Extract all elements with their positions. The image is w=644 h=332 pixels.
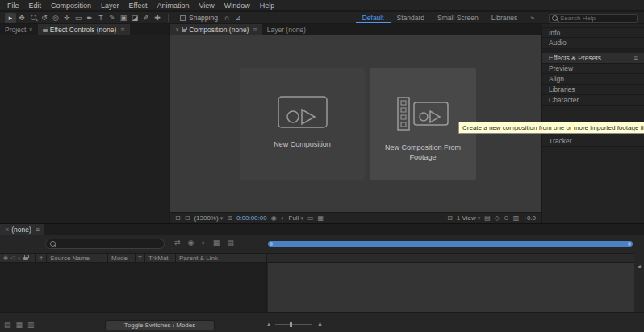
panel-tab-info[interactable]: Info	[542, 27, 644, 38]
menu-layer[interactable]: Layer	[96, 2, 124, 10]
fast-preview-icon[interactable]: ◇	[495, 214, 500, 222]
rotation-tool-icon[interactable]: ↺	[39, 13, 50, 23]
timeline-tab[interactable]: × (none) ≡	[0, 224, 44, 235]
timeline-button-icon[interactable]: ▥	[513, 214, 520, 222]
timeline-search-box[interactable]	[45, 239, 165, 249]
pixel-aspect-icon[interactable]: ▤	[484, 214, 491, 222]
timeline-expand-buttons: ▤ ▦ ▥	[4, 321, 35, 329]
panel-menu-icon[interactable]: ≡	[120, 26, 124, 34]
camera-tool-icon[interactable]: ◎	[50, 13, 61, 23]
region-of-interest-icon[interactable]: ▭	[307, 214, 314, 222]
view-layout-icon[interactable]: ⊞	[447, 214, 453, 222]
tab-layer[interactable]: Layer (none)	[262, 24, 311, 35]
panel-tab-effects-presets[interactable]: Effects & Presets ≡	[542, 53, 644, 64]
panel-tab-audio[interactable]: Audio	[542, 38, 644, 48]
resolution-dropdown[interactable]: Full	[289, 214, 299, 222]
snap-feature-icon[interactable]: ⊿	[232, 13, 244, 23]
menu-file[interactable]: File	[2, 2, 24, 10]
workspace-libraries[interactable]: Libraries	[485, 12, 525, 23]
time-navigator-bar[interactable]	[268, 241, 633, 247]
workspace-small-screen[interactable]: Small Screen	[431, 12, 485, 23]
help-search-input[interactable]	[560, 15, 634, 22]
menu-composition[interactable]: Composition	[46, 2, 96, 10]
menu-view[interactable]: View	[194, 2, 219, 10]
transparency-grid-icon[interactable]: ▦	[317, 214, 324, 222]
panel-tab-preview[interactable]: Preview	[542, 64, 644, 74]
workspace-standard[interactable]: Standard	[391, 12, 432, 23]
panel-tab-tracker[interactable]: Tracker	[542, 136, 644, 147]
snapshot-icon[interactable]: ◉	[271, 214, 277, 222]
zoom-slider-handle[interactable]	[290, 322, 292, 327]
tab-project[interactable]: Project ×	[0, 24, 38, 35]
selection-tool-icon[interactable]: ▸	[5, 13, 16, 23]
exposure-value[interactable]: +0.0	[523, 214, 536, 222]
channels-icon[interactable]: ◐	[281, 214, 285, 222]
exposure-icon[interactable]: ⊙	[504, 214, 509, 222]
brush-tool-icon[interactable]: ✎	[107, 13, 118, 23]
workspace-overflow-icon[interactable]: »	[524, 12, 541, 23]
panel-tab-character[interactable]: Character	[542, 95, 644, 106]
zoom-tool-icon[interactable]	[27, 13, 39, 23]
menu-help[interactable]: Help	[255, 2, 280, 10]
effect-controls-tab-label: Effect Controls (none)	[50, 26, 117, 34]
menu-window[interactable]: Window	[220, 2, 255, 10]
search-icon	[552, 15, 558, 21]
eye-icon[interactable]: ◉	[3, 255, 8, 261]
menu-animation[interactable]: Animation	[152, 2, 194, 10]
zoom-slider-track[interactable]	[275, 324, 312, 325]
flowchart-icon[interactable]: ⊟	[175, 214, 181, 222]
panel-menu-icon[interactable]: ≡	[36, 226, 40, 234]
panel-menu-icon[interactable]: ≡	[253, 26, 257, 34]
lock-icon[interactable]	[23, 257, 28, 260]
magnification-dropdown[interactable]: (1300%)	[194, 214, 218, 222]
pan-behind-tool-icon[interactable]: ✛	[61, 13, 73, 23]
column-source-name[interactable]: Source Name	[47, 254, 108, 262]
panel-menu-icon[interactable]: ≡	[634, 54, 638, 62]
workspace-default[interactable]: Default	[356, 12, 391, 23]
zoom-in-mountain-icon[interactable]: ▲	[316, 320, 324, 328]
snapping-checkbox[interactable]	[180, 15, 186, 21]
expand-in-out-icon[interactable]: ▥	[27, 321, 35, 329]
av-features-column: ◉ ◁ ○	[0, 254, 36, 262]
menu-effect[interactable]: Effect	[124, 2, 153, 10]
pen-tool-icon[interactable]: ✒	[84, 13, 95, 23]
eraser-tool-icon[interactable]: ◪	[129, 13, 140, 23]
close-icon[interactable]: ×	[28, 26, 32, 34]
comp-marker-bin-icon[interactable]: ◂	[634, 263, 644, 270]
expand-transfer-controls-icon[interactable]: ▦	[16, 321, 23, 329]
timeline-search-input[interactable]	[59, 240, 160, 247]
mini-flowchart-icon[interactable]: ⇄	[174, 239, 181, 247]
panel-tab-libraries[interactable]: Libraries	[542, 85, 644, 95]
draft-3d-icon[interactable]: ◉	[188, 239, 194, 247]
time-ruler[interactable]	[267, 254, 634, 262]
clone-stamp-tool-icon[interactable]: ▣	[118, 13, 129, 23]
hand-tool-icon[interactable]: ✥	[16, 13, 27, 23]
audio-icon[interactable]: ◁	[10, 255, 15, 261]
hide-shy-icon[interactable]: ◐	[201, 239, 205, 247]
close-icon[interactable]: ×	[175, 26, 179, 34]
panel-tab-align[interactable]: Align	[542, 74, 644, 85]
roto-brush-tool-icon[interactable]: ✐	[140, 13, 152, 23]
tab-composition[interactable]: × Composition (none) ≡	[170, 24, 262, 35]
motion-blur-icon[interactable]: ▤	[227, 239, 234, 247]
timeline-tab-label: (none)	[11, 226, 31, 234]
type-tool-icon[interactable]: T	[95, 13, 107, 23]
grid-guides-icon[interactable]: ⊞	[227, 214, 232, 222]
help-search-box[interactable]	[549, 14, 638, 23]
frame-blending-icon[interactable]: ▦	[213, 239, 220, 247]
puppet-tool-icon[interactable]: ✚	[152, 13, 163, 23]
timeline-graph-area[interactable]	[268, 263, 634, 312]
toggle-switches-modes-button[interactable]: Toggle Switches / Modes	[105, 320, 215, 330]
new-composition-card[interactable]: New Composition	[240, 68, 365, 180]
zoom-out-mountain-icon[interactable]: ▲	[266, 322, 271, 326]
monitor-icon[interactable]: ⊡	[185, 214, 190, 222]
shape-tool-icon[interactable]: ▭	[73, 13, 84, 23]
snap-edge-icon[interactable]: ∩	[221, 13, 232, 23]
timecode-display[interactable]: 0:00:00:00	[236, 214, 267, 222]
solo-icon[interactable]: ○	[18, 255, 21, 261]
close-icon[interactable]: ×	[5, 226, 9, 234]
view-layout-dropdown[interactable]: 1 View	[457, 214, 476, 222]
expand-layer-switches-icon[interactable]: ▤	[4, 321, 11, 329]
menu-edit[interactable]: Edit	[24, 2, 47, 10]
tab-effect-controls[interactable]: Effect Controls (none) ≡	[38, 24, 130, 35]
